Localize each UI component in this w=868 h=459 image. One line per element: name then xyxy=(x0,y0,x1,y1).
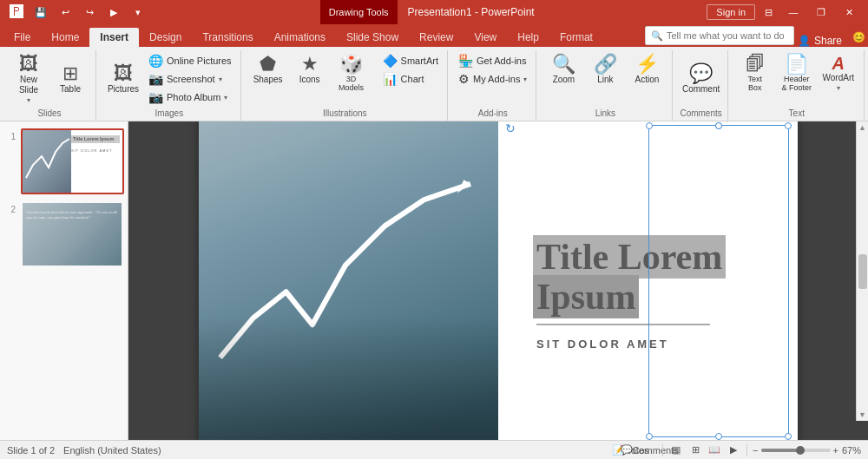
slide-sorter-button[interactable]: ⊞ xyxy=(687,443,703,458)
3d-models-button[interactable]: 🎲 3DModels xyxy=(332,52,372,95)
my-addins-icon: ⚙ xyxy=(458,72,470,86)
slide-num-2: 2 xyxy=(3,205,16,214)
shapes-button[interactable]: ⬟ Shapes xyxy=(248,52,288,87)
ribbon-display-options[interactable]: ⊟ xyxy=(759,3,778,22)
normal-view-button[interactable]: ▤ xyxy=(668,443,684,458)
minimize-button[interactable]: — xyxy=(781,3,806,22)
restore-button[interactable]: ❐ xyxy=(809,3,833,22)
quick-access-undo[interactable]: ↩ xyxy=(56,3,75,22)
new-slide-icon: 🖼 xyxy=(19,55,38,74)
zoom-level[interactable]: 67% xyxy=(842,445,861,456)
tab-insert[interactable]: Insert xyxy=(89,28,139,47)
comment-icon: 💬 xyxy=(689,64,713,83)
screenshot-button[interactable]: 📷 Screenshot ▾ xyxy=(145,70,235,88)
tab-view[interactable]: View xyxy=(464,28,507,47)
quick-access-save[interactable]: 💾 xyxy=(31,3,50,22)
slides-label: Slides xyxy=(37,108,61,121)
tab-slideshow[interactable]: Slide Show xyxy=(336,28,409,47)
quick-access-redo[interactable]: ↪ xyxy=(80,3,99,22)
photo-album-button[interactable]: 📷 Photo Album ▾ xyxy=(145,89,235,106)
pictures-button[interactable]: 🖼 Pictures xyxy=(103,52,143,106)
icons-button[interactable]: ★ Icons xyxy=(290,52,330,87)
powerpoint-logo: 🅿 xyxy=(7,3,26,22)
tell-me-input[interactable] xyxy=(667,30,788,41)
thumb2-quote-text: Your best quote that reflects your appro… xyxy=(26,210,118,220)
scroll-thumb-v[interactable] xyxy=(858,254,867,289)
get-addins-button[interactable]: 🏪 Get Add-ins xyxy=(455,52,530,69)
scroll-down-button[interactable]: ▼ xyxy=(858,410,866,419)
smartart-button[interactable]: 🔷 SmartArt xyxy=(379,52,442,69)
slideshow-button[interactable]: ▶ xyxy=(726,443,741,458)
zoom-in-icon[interactable]: + xyxy=(833,445,838,456)
new-slide-button[interactable]: 🖼 NewSlide ▾ xyxy=(9,52,49,106)
slides-panel: 1 Title Lorem Ipsum SIT DOLOR AMET 2 xyxy=(0,121,128,440)
app-title: Presentation1 - PowerPoint xyxy=(408,6,535,18)
rotate-cursor-indicator: ↻ xyxy=(505,121,516,135)
images-sub-buttons: 🌐 Online Pictures 📷 Screenshot ▾ 📷 Photo… xyxy=(145,52,235,106)
header-footer-button[interactable]: 📄 Header& Footer xyxy=(777,52,817,95)
chart-button[interactable]: 📊 Chart xyxy=(379,70,442,88)
title-bar-right: Sign in ⊟ — ❐ ✕ xyxy=(707,3,861,22)
reading-view-button[interactable]: 📖 xyxy=(707,443,722,458)
link-button[interactable]: 🔗 Link xyxy=(585,52,625,87)
zoom-out-icon[interactable]: − xyxy=(753,445,758,456)
slide-main[interactable]: Title Lorem Ipsum SIT DOLOR AMET ↻ xyxy=(199,121,798,440)
slide-thumb-1[interactable]: 1 Title Lorem Ipsum SIT DOLOR AMET xyxy=(3,128,124,194)
wordart-button[interactable]: A WordArt ▾ xyxy=(819,52,858,95)
comments-button[interactable]: 💬 Comments xyxy=(641,443,657,458)
zoom-track[interactable] xyxy=(761,449,831,452)
scroll-up-button[interactable]: ▲ xyxy=(858,123,866,132)
new-slide-dropdown[interactable]: ▾ xyxy=(27,96,30,104)
sign-in-button[interactable]: Sign in xyxy=(707,4,755,20)
zoom-slider[interactable]: − + xyxy=(753,445,838,456)
comment-button[interactable]: 💬 Comment xyxy=(681,52,721,106)
title-highlight-line1: Title Lorem xyxy=(533,235,726,279)
profile-avatar[interactable]: 😊 xyxy=(849,28,868,47)
illustrations-group-content: ⬟ Shapes ★ Icons 🎲 3DModels 🔷 SmartArt 📊 xyxy=(248,50,442,108)
status-divider2 xyxy=(746,444,747,456)
slide-preview-1[interactable]: Title Lorem Ipsum SIT DOLOR AMET xyxy=(21,128,124,194)
tab-format[interactable]: Format xyxy=(549,28,603,47)
main-area: 1 Title Lorem Ipsum SIT DOLOR AMET 2 xyxy=(0,121,868,440)
get-addins-label: Get Add-ins xyxy=(477,56,526,66)
close-button[interactable]: ✕ xyxy=(837,3,861,22)
zoom-thumb[interactable] xyxy=(796,446,805,455)
tab-animations[interactable]: Animations xyxy=(264,28,336,47)
handle-bot-right xyxy=(785,433,792,440)
comments-icon: 💬 xyxy=(621,444,633,456)
slide-title-text[interactable]: Title Lorem Ipsum xyxy=(533,237,780,317)
smartart-icon: 🔷 xyxy=(383,54,398,68)
handle-mid-right xyxy=(715,122,722,129)
addins-label: Add-ins xyxy=(478,108,508,121)
online-pictures-button[interactable]: 🌐 Online Pictures xyxy=(145,52,235,69)
tab-review[interactable]: Review xyxy=(409,28,464,47)
tell-me-bar[interactable]: 🔍 xyxy=(645,26,794,45)
slide-preview-2[interactable]: Your best quote that reflects your appro… xyxy=(21,201,124,267)
thumb1-subtitle-text: SIT DOLOR AMET xyxy=(71,148,120,153)
my-addins-button[interactable]: ⚙ My Add-ins ▾ xyxy=(455,70,530,88)
slide-subtitle[interactable]: SIT DOLOR AMET xyxy=(536,338,780,351)
tab-file[interactable]: File xyxy=(3,28,41,47)
textbox-icon: 🗐 xyxy=(746,55,765,74)
quick-access-start[interactable]: ▶ xyxy=(104,3,123,22)
tab-transitions[interactable]: Transitions xyxy=(192,28,263,47)
tab-design[interactable]: Design xyxy=(139,28,192,47)
quick-access-more[interactable]: ▾ xyxy=(128,3,148,22)
textbox-button[interactable]: 🗐 TextBox xyxy=(735,52,775,95)
shapes-label: Shapes xyxy=(253,75,283,84)
vertical-scrollbar[interactable]: ▲ ▼ xyxy=(856,121,868,421)
slide-canvas[interactable]: ▲ ▼ xyxy=(128,121,868,440)
slide-thumb-2[interactable]: 2 Your best quote that reflects your app… xyxy=(3,201,124,267)
tab-home[interactable]: Home xyxy=(41,28,89,47)
share-button[interactable]: 👤 Share xyxy=(798,35,842,47)
chart-label: Chart xyxy=(401,74,424,84)
link-label: Link xyxy=(597,75,613,84)
tab-help[interactable]: Help xyxy=(507,28,549,47)
slide-title-group[interactable]: Title Lorem Ipsum SIT DOLOR AMET xyxy=(533,237,780,351)
zoom-icon: 🔍 xyxy=(552,55,575,74)
zoom-button[interactable]: 🔍 Zoom xyxy=(543,52,583,87)
action-button[interactable]: ⚡ Action xyxy=(627,52,667,87)
table-icon: ⊞ xyxy=(62,64,78,83)
table-button[interactable]: ⊞ Table xyxy=(50,52,90,106)
ribbon-group-text: 🗐 TextBox 📄 Header& Footer A WordArt ▾ T… xyxy=(730,50,865,121)
